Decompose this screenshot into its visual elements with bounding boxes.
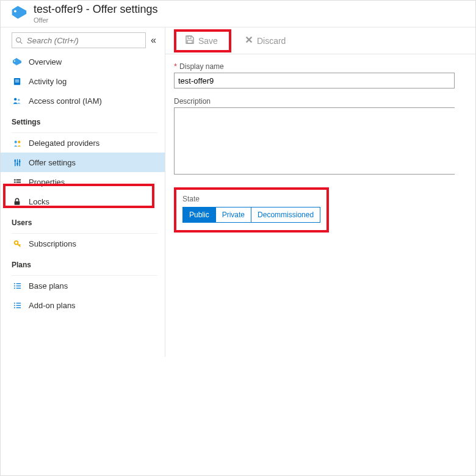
sidebar-item-label: Locks [29, 197, 49, 206]
offer-tag-icon [10, 4, 27, 23]
lock-icon [12, 197, 23, 206]
svg-point-29 [13, 285, 15, 286]
sidebar-item-label: Offer settings [29, 158, 76, 167]
sidebar-item-base-plans[interactable]: Base plans [1, 276, 165, 295]
sidebar-item-label: Properties [29, 178, 65, 187]
svg-point-8 [18, 98, 20, 100]
sidebar-item-label: Delegated providers [29, 139, 99, 148]
sidebar-item-access-control[interactable]: Access control (IAM) [1, 91, 165, 110]
svg-point-7 [14, 98, 16, 100]
list-icon [12, 281, 23, 290]
state-label: State [182, 195, 320, 203]
blade-header: test-offer9 - Offer settings Offer [1, 1, 475, 27]
search-input[interactable] [12, 32, 146, 48]
collapse-sidebar-icon[interactable]: « [151, 35, 159, 46]
sidebar-item-subscriptions[interactable]: Subscriptions [1, 234, 165, 253]
svg-rect-36 [16, 305, 21, 305]
state-public-button[interactable]: Public [182, 207, 216, 223]
sidebar-group-plans: Plans [1, 253, 165, 272]
description-textarea[interactable] [174, 107, 455, 175]
svg-point-15 [16, 162, 18, 164]
sliders-icon [12, 158, 23, 167]
svg-rect-40 [187, 40, 192, 43]
svg-rect-5 [15, 79, 19, 80]
svg-point-3 [14, 60, 15, 62]
svg-rect-19 [13, 181, 15, 182]
svg-point-31 [13, 287, 15, 289]
description-label: Description [174, 97, 211, 106]
sidebar-item-label: Access control (IAM) [29, 96, 102, 106]
save-icon [185, 35, 195, 46]
sidebar-item-label: Add-on plans [29, 301, 76, 310]
svg-rect-38 [16, 307, 21, 308]
sidebar-item-locks[interactable]: Locks [1, 192, 165, 211]
state-decommissioned-button[interactable]: Decommissioned [251, 207, 320, 223]
discard-label: Discard [257, 36, 286, 46]
form: * Display name Description State Public … [165, 54, 475, 233]
svg-point-14 [14, 160, 16, 162]
main-pane: Save Discard * Display name Description … [165, 27, 475, 475]
sidebar: « Overview Activity log Access control (… [1, 27, 165, 357]
save-button[interactable]: Save [180, 32, 223, 49]
search-icon [15, 37, 23, 46]
svg-rect-22 [16, 184, 21, 185]
sidebar-item-activity-log[interactable]: Activity log [1, 71, 165, 91]
sidebar-item-delegated-providers[interactable]: Delegated providers [1, 133, 165, 153]
svg-point-0 [14, 10, 16, 12]
highlight-save: Save [174, 29, 231, 52]
sidebar-item-properties[interactable]: Properties [1, 172, 165, 192]
sidebar-group-users: Users [1, 211, 165, 229]
svg-point-33 [13, 302, 15, 303]
page-subtitle: Offer [34, 16, 157, 24]
svg-line-2 [20, 41, 22, 43]
svg-rect-21 [13, 184, 15, 185]
svg-rect-23 [15, 201, 20, 204]
list-icon [12, 301, 23, 310]
svg-rect-32 [16, 287, 21, 288]
sidebar-item-label: Activity log [29, 77, 67, 86]
svg-point-27 [13, 283, 15, 284]
display-name-label-row: * Display name [174, 62, 475, 71]
close-icon [245, 35, 253, 46]
svg-point-37 [13, 307, 15, 308]
svg-rect-20 [16, 181, 21, 182]
svg-point-1 [16, 38, 21, 42]
sidebar-item-label: Overview [29, 57, 62, 67]
description-label-row: Description [174, 97, 475, 106]
svg-rect-39 [188, 36, 191, 38]
state-private-button[interactable]: Private [216, 207, 251, 223]
sidebar-item-overview[interactable]: Overview [1, 52, 165, 71]
required-star: * [174, 62, 177, 71]
sidebar-group-settings: Settings [1, 110, 165, 129]
key-icon [12, 239, 23, 248]
svg-line-26 [19, 244, 20, 245]
state-segmented: Public Private Decommissioned [182, 207, 320, 223]
people-icon [12, 96, 23, 106]
svg-point-16 [18, 160, 20, 162]
command-bar: Save Discard [165, 27, 475, 54]
page-title: test-offer9 - Offer settings [34, 4, 157, 16]
tag-icon [12, 57, 23, 67]
svg-rect-30 [16, 285, 21, 286]
highlight-state: State Public Private Decommissioned [174, 187, 329, 233]
svg-rect-17 [13, 179, 15, 180]
sidebar-item-addon-plans[interactable]: Add-on plans [1, 295, 165, 315]
svg-rect-28 [16, 283, 21, 284]
sidebar-item-offer-settings[interactable]: Offer settings [1, 153, 165, 172]
svg-point-9 [14, 140, 16, 143]
svg-rect-34 [16, 303, 21, 303]
svg-rect-18 [16, 179, 21, 180]
discard-button[interactable]: Discard [240, 33, 290, 48]
sidebar-item-label: Base plans [29, 281, 68, 290]
display-name-input[interactable] [174, 73, 455, 88]
providers-icon [12, 139, 23, 148]
svg-rect-6 [15, 81, 19, 82]
properties-icon [12, 178, 23, 187]
activity-log-icon [12, 77, 23, 86]
header-text: test-offer9 - Offer settings Offer [34, 4, 157, 24]
display-name-label: Display name [179, 62, 224, 71]
save-label: Save [198, 36, 218, 46]
sidebar-item-label: Subscriptions [29, 239, 76, 248]
svg-point-10 [18, 140, 20, 143]
svg-point-35 [13, 305, 15, 306]
